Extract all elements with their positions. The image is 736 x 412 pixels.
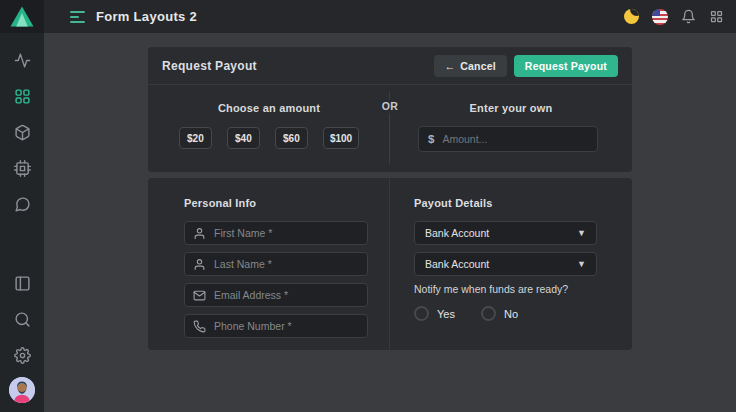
amount-button-40[interactable]: $40 <box>227 127 260 149</box>
dollar-icon: $ <box>428 133 434 145</box>
cancel-button-label: Cancel <box>460 60 496 72</box>
sidebar-item-activity[interactable] <box>0 42 44 78</box>
personal-info-column: Personal Info <box>184 178 368 345</box>
sidebar-bottom <box>0 265 44 412</box>
radio-yes[interactable]: Yes <box>414 306 455 321</box>
activity-icon <box>14 52 31 69</box>
custom-amount-field[interactable]: $ <box>418 126 598 152</box>
last-name-input[interactable] <box>214 258 359 270</box>
select-value: Bank Account <box>425 227 489 239</box>
radio-no-label: No <box>504 308 518 320</box>
header-actions <box>624 9 724 25</box>
email-field[interactable] <box>184 283 368 307</box>
amount-buttons: $20 $40 $60 $100 <box>148 127 390 149</box>
card-actions: ← Cancel Request Payout <box>434 55 619 77</box>
person-icon <box>193 227 206 240</box>
phone-field[interactable] <box>184 314 368 338</box>
app-root: Form Layouts 2 Request Payout ← Cancel <box>0 0 736 412</box>
language-button[interactable] <box>652 9 668 25</box>
avatar-illustration <box>9 377 35 403</box>
radio-circle-icon[interactable] <box>481 306 496 321</box>
sidebar-item-layouts[interactable] <box>0 78 44 114</box>
select-value: Bank Account <box>425 258 489 270</box>
column-divider <box>389 178 390 350</box>
page-title: Form Layouts 2 <box>96 9 197 24</box>
phone-input[interactable] <box>214 320 359 332</box>
sidebar <box>0 0 44 412</box>
bank-account-select-1[interactable]: Bank Account ▼ <box>414 221 597 245</box>
payout-details-title: Payout Details <box>414 197 597 209</box>
moon-icon <box>624 9 639 24</box>
sidebar-item-settings[interactable] <box>0 337 44 373</box>
layout-icon <box>14 275 31 292</box>
chevron-down-icon: ▼ <box>577 259 586 269</box>
cpu-icon <box>14 160 31 177</box>
details-card: Personal Info <box>148 178 632 350</box>
triangle-logo-icon <box>10 6 34 27</box>
menu-toggle-button[interactable] <box>70 11 86 23</box>
sidebar-item-messages[interactable] <box>0 186 44 222</box>
choose-amount-group: Choose an amount $20 $40 $60 $100 <box>148 85 390 149</box>
card-title: Request Payout <box>162 59 257 73</box>
enter-own-label: Enter your own <box>390 102 632 114</box>
card-header: Request Payout ← Cancel Request Payout <box>148 47 632 85</box>
email-icon <box>193 289 206 302</box>
chat-icon <box>14 196 31 213</box>
amount-section: Choose an amount $20 $40 $60 $100 OR Ent… <box>148 85 632 171</box>
radio-yes-label: Yes <box>437 308 455 320</box>
payout-selects: Bank Account ▼ Bank Account ▼ <box>414 221 597 276</box>
first-name-field[interactable] <box>184 221 368 245</box>
grid-icon <box>14 88 31 105</box>
sidebar-item-components[interactable] <box>0 114 44 150</box>
radio-circle-icon[interactable] <box>414 306 429 321</box>
notify-question: Notify me when funds are ready? <box>414 283 597 295</box>
personal-info-fields <box>184 221 368 338</box>
apps-menu-button[interactable] <box>709 9 724 24</box>
last-name-field[interactable] <box>184 252 368 276</box>
sidebar-item-search[interactable] <box>0 301 44 337</box>
cube-icon <box>14 124 31 141</box>
phone-icon <box>193 320 206 333</box>
theme-toggle-button[interactable] <box>624 9 639 24</box>
enter-own-group: Enter your own $ <box>390 85 632 152</box>
back-arrow-icon: ← <box>445 60 456 72</box>
custom-amount-input[interactable] <box>442 133 588 145</box>
person-icon <box>193 258 206 271</box>
request-payout-button[interactable]: Request Payout <box>514 55 618 77</box>
app-grid-icon <box>709 9 724 24</box>
user-avatar[interactable] <box>9 377 35 403</box>
sidebar-item-system[interactable] <box>0 150 44 186</box>
chevron-down-icon: ▼ <box>577 228 586 238</box>
settings-gear-icon <box>14 347 31 364</box>
sidebar-nav <box>0 33 44 222</box>
personal-info-title: Personal Info <box>184 197 368 209</box>
search-icon <box>14 311 31 328</box>
radio-no[interactable]: No <box>481 306 518 321</box>
bank-account-select-2[interactable]: Bank Account ▼ <box>414 252 597 276</box>
notifications-button[interactable] <box>681 9 696 24</box>
amount-button-60[interactable]: $60 <box>275 127 308 149</box>
bell-icon <box>681 9 696 24</box>
menu-icon <box>70 11 85 13</box>
cancel-button[interactable]: ← Cancel <box>434 55 507 77</box>
amount-button-20[interactable]: $20 <box>179 127 212 149</box>
logo[interactable] <box>0 0 44 33</box>
sidebar-item-layout-toggle[interactable] <box>0 265 44 301</box>
choose-amount-label: Choose an amount <box>148 102 390 114</box>
request-payout-card: Request Payout ← Cancel Request Payout C… <box>148 47 632 172</box>
top-header: Form Layouts 2 <box>44 0 736 33</box>
payout-details-column: Payout Details Bank Account ▼ Bank Accou… <box>414 178 597 321</box>
first-name-input[interactable] <box>214 227 359 239</box>
us-flag-icon <box>652 9 668 25</box>
amount-button-100[interactable]: $100 <box>323 127 359 149</box>
email-input[interactable] <box>214 289 359 301</box>
notify-radio-group: Yes No <box>414 306 597 321</box>
